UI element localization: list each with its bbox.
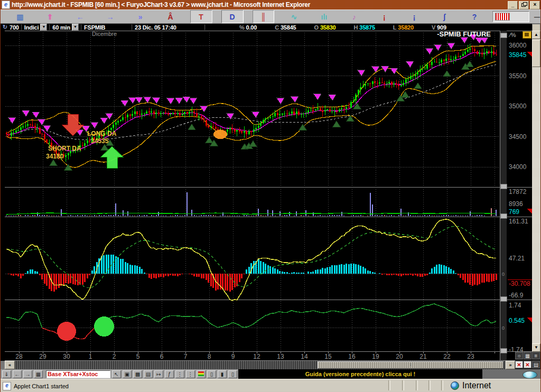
marker-red-icon[interactable]: ¡ (374, 11, 395, 23)
guida-status[interactable]: Guida (versione precedente) clicca qui ! (238, 369, 482, 379)
bar-chart-icon[interactable]: ılı (313, 11, 334, 23)
fast-forward-icon[interactable]: » (130, 11, 151, 23)
page-status-icon: e (3, 382, 11, 390)
applet-globe-icon[interactable] (523, 371, 537, 379)
horizontal-scroll-thumb[interactable]: ⁞ (318, 361, 503, 369)
svg-text:Dicembre: Dicembre (92, 31, 117, 37)
svg-text:19: 19 (372, 353, 379, 360)
browser-window: e http://www.jchart.it - FSPMIB [60 min.… (0, 0, 541, 392)
svg-text:36000: 36000 (509, 42, 527, 49)
interval-dropdown-icon[interactable]: ▼ (72, 24, 79, 31)
svg-text:2: 2 (113, 353, 116, 360)
snap-icon[interactable]: ↦ (154, 370, 163, 378)
svg-text:15: 15 (324, 353, 332, 360)
pct-label: % (239, 24, 245, 31)
svg-text:LONG DA: LONG DA (87, 130, 117, 137)
loading-spinner-icon: ↻ (3, 24, 7, 31)
security-zone: Internet (451, 380, 535, 391)
frame-2-icon[interactable]: ▮ (218, 370, 227, 378)
svg-text:13: 13 (277, 353, 284, 360)
list-down-icon[interactable]: ⋮ (186, 370, 195, 378)
close-window-1-icon[interactable]: ✕ (515, 361, 523, 368)
dots-grid-icon[interactable]: ▩ (133, 370, 142, 378)
svg-text:35845: 35845 (509, 51, 527, 59)
scroll-down-button[interactable]: ▼ (532, 343, 540, 352)
line-chart-icon[interactable]: ∿ (283, 11, 304, 23)
quote-field-v: V909 (432, 24, 446, 31)
pan-left-icon[interactable]: ← (70, 11, 91, 23)
minimize-button[interactable]: _ (508, 1, 518, 10)
wrench-icon[interactable]: ʃ (434, 11, 455, 23)
help-icon[interactable]: ? (464, 11, 485, 23)
ticker-bars-icon (495, 13, 510, 21)
restore-button[interactable] (519, 1, 529, 10)
auto-scale-icon[interactable]: Â (160, 11, 181, 23)
close-window-2-icon[interactable]: ✕ (524, 361, 531, 368)
menu-icon[interactable]: ≡ (532, 352, 540, 359)
applet-globe-zone (482, 369, 541, 379)
ticker-display (492, 11, 529, 22)
vertical-scrollbar[interactable]: ▲ ▼ (532, 31, 540, 352)
svg-text:35000: 35000 (509, 102, 527, 110)
notes-icon[interactable]: ♪ (343, 11, 365, 23)
lines-grid-icon[interactable]: ▤ (144, 370, 153, 378)
download-icon[interactable]: ⇓ (2, 370, 11, 378)
svg-text:28: 28 (15, 353, 23, 360)
window-title: http://www.jchart.it - FSPMIB [60 min.] … (12, 1, 310, 8)
magnifier-icon[interactable]: ○ (515, 352, 523, 359)
svg-text:769: 769 (509, 208, 519, 216)
svg-text:30: 30 (63, 353, 70, 360)
scroll-up-icon[interactable]: ⇑ (40, 11, 61, 23)
chart-canvas[interactable]: Dicembre-SPMIB FUTURELONG DA34535SHORT D… (1, 31, 533, 361)
quote-field-o: O35830 (314, 24, 336, 31)
svg-text:9: 9 (231, 353, 235, 360)
internet-globe-icon (451, 381, 459, 390)
title-bar[interactable]: e http://www.jchart.it - FSPMIB [60 min.… (1, 0, 541, 10)
interval-select[interactable]: 60 min (52, 24, 70, 31)
frame-3-icon[interactable]: ▯ (228, 370, 237, 378)
indicator-icon[interactable]: ƒ (165, 370, 174, 378)
market-select[interactable]: Indici (24, 24, 39, 31)
close-button[interactable]: × (530, 1, 540, 10)
svg-text:34180: 34180 (46, 153, 64, 160)
back-icon[interactable]: ← (13, 370, 22, 378)
list-up-icon[interactable]: ⋮ (175, 370, 184, 378)
vertical-scroll-thumb[interactable] (532, 40, 540, 67)
draw-tool-icon[interactable]: D (221, 10, 244, 23)
scroll-right-button[interactable]: » (506, 361, 515, 369)
print-icon[interactable]: ▤ (532, 361, 540, 368)
symbol-label: FSPMIB (84, 24, 129, 31)
frame-1-icon[interactable]: ▯ (207, 370, 216, 378)
marker-blue-icon[interactable]: ¡ (404, 11, 425, 23)
market-dropdown-icon[interactable]: ▼ (40, 24, 47, 31)
grid-icon[interactable]: ▦ (524, 352, 531, 359)
svg-text:0: 0 (502, 272, 505, 277)
palette-icon[interactable] (197, 370, 206, 378)
svg-text:8936: 8936 (509, 200, 523, 208)
forward-icon[interactable]: → (23, 370, 32, 378)
monitor-icon[interactable]: ▦ (34, 370, 43, 378)
cursor-chart-icon[interactable]: ↖ (112, 370, 121, 378)
quote-screen-icon[interactable]: ▥ (10, 11, 31, 23)
svg-text:-SPMIB FUTURE: -SPMIB FUTURE (437, 31, 491, 38)
horizontal-scrollbar[interactable]: « ⁞ » (1, 361, 516, 369)
horizontal-scroll-track[interactable]: ⁞ (15, 361, 505, 369)
collapse-toolbar-button[interactable]: — (533, 11, 541, 23)
svg-text:SHORT DA: SHORT DA (48, 145, 81, 152)
restore-icon (521, 3, 526, 7)
quote-field-h: H35875 (353, 24, 375, 31)
pan-right-icon[interactable]: → (100, 11, 121, 23)
candlestick-chart-icon[interactable]: ║ (253, 10, 275, 23)
quote-page-icon[interactable] (532, 24, 540, 31)
svg-text:34000: 34000 (509, 163, 527, 171)
scroll-up-button[interactable]: ▲ (532, 31, 540, 39)
study-name-input[interactable] (46, 370, 110, 378)
svg-text:47.21: 47.21 (509, 255, 525, 262)
scroll-left-button[interactable]: « (5, 361, 15, 369)
svg-text:12: 12 (253, 353, 260, 360)
zone-label: Internet (462, 381, 491, 390)
text-tool-icon[interactable]: T (190, 10, 212, 23)
image-icon[interactable]: ▣ (123, 370, 132, 378)
svg-text:8: 8 (208, 353, 211, 360)
svg-text:21: 21 (419, 353, 427, 360)
